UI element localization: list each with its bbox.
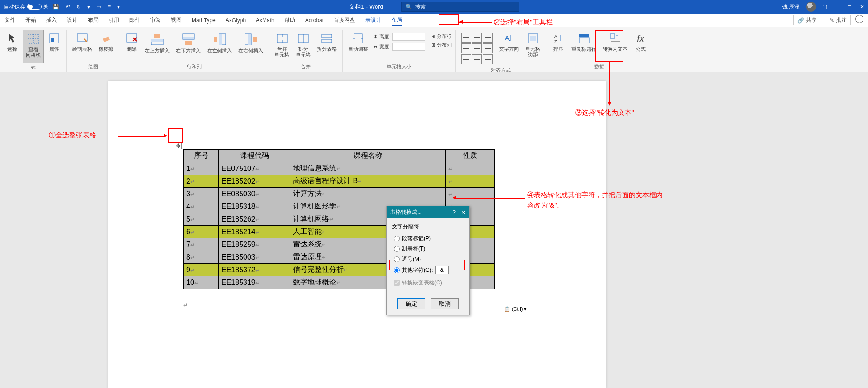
redo-icon[interactable]: ↻: [76, 4, 81, 10]
tab-help[interactable]: 帮助: [284, 14, 295, 26]
table-cell[interactable]: EE185259↵: [219, 238, 290, 251]
table-cell[interactable]: 地理信息系统↵: [290, 162, 446, 175]
convert-to-text-button[interactable]: 转换为文本: [600, 30, 630, 63]
table-cell[interactable]: EE185319↵: [219, 276, 290, 289]
tab-insert[interactable]: 插入: [46, 14, 57, 26]
feedback-icon[interactable]: [855, 15, 863, 23]
table-cell[interactable]: EE075107↵: [219, 162, 290, 175]
table-cell[interactable]: 10↵: [184, 276, 219, 289]
other-char-input[interactable]: [435, 266, 449, 274]
tab-table-design[interactable]: 表设计: [365, 14, 382, 26]
share-button[interactable]: 🔗 共享: [793, 15, 821, 25]
tab-baidu[interactable]: 百度网盘: [334, 14, 355, 26]
tab-design[interactable]: 设计: [67, 14, 78, 26]
table-cell[interactable]: 9↵: [184, 264, 219, 276]
table-cell[interactable]: 8↵: [184, 251, 219, 264]
table-cell[interactable]: EE185318↵: [219, 200, 290, 213]
table-select-handle[interactable]: ✥: [175, 142, 182, 149]
tab-acrobat[interactable]: Acrobat: [305, 15, 324, 25]
maximize-icon[interactable]: ◻: [847, 4, 852, 10]
properties-button[interactable]: 属性: [45, 30, 64, 63]
table-cell[interactable]: EE185262↵: [219, 213, 290, 226]
autosave-toggle[interactable]: 自动保存 关: [4, 3, 48, 11]
table-cell[interactable]: EE185202↵: [219, 175, 290, 188]
radio-comma[interactable]: 逗号(M): [392, 254, 464, 265]
table-cell[interactable]: EE185372↵: [219, 264, 290, 276]
table-cell[interactable]: EE185003↵: [219, 251, 290, 264]
search-box[interactable]: 🔍 搜索: [401, 2, 519, 12]
tab-mail[interactable]: 邮件: [129, 14, 140, 26]
close-icon[interactable]: ✕: [860, 4, 864, 10]
tab-table-layout[interactable]: 布局: [392, 14, 402, 26]
insert-left-button[interactable]: 在左侧插入: [204, 30, 235, 63]
table-row[interactable]: 1↵EE075107↵地理信息系统↵↵: [184, 162, 495, 175]
comment-button[interactable]: ✎ 批注: [826, 15, 851, 25]
table-cell[interactable]: ↵: [446, 175, 495, 188]
align-grid[interactable]: [461, 33, 493, 64]
tab-mathtype[interactable]: MathType: [192, 15, 216, 25]
focus-icon[interactable]: ▢: [822, 4, 827, 10]
undo-icon[interactable]: ↶: [66, 4, 70, 10]
dialog-close-icon[interactable]: ✕: [461, 209, 466, 216]
draw-table-button[interactable]: 绘制表格: [70, 30, 95, 63]
qat-btn2[interactable]: ≡: [108, 4, 111, 10]
tab-layout[interactable]: 布局: [88, 14, 99, 26]
insert-right-button[interactable]: 在右侧插入: [236, 30, 266, 63]
table-cell[interactable]: 3↵: [184, 188, 219, 200]
insert-above-button[interactable]: 在上方插入: [142, 30, 172, 63]
radio-other[interactable]: 其他字符(O):: [392, 265, 464, 275]
formula-button[interactable]: fx公式: [631, 30, 650, 63]
table-cell[interactable]: 计算方法↵: [290, 188, 446, 200]
table-cell[interactable]: 4↵: [184, 200, 219, 213]
qat-btn[interactable]: ▭: [96, 4, 101, 10]
table-cell[interactable]: EE185214↵: [219, 226, 290, 238]
split-cells-button[interactable]: 拆分 单元格: [293, 30, 313, 63]
dialog-titlebar[interactable]: 表格转换成... ?✕: [387, 206, 469, 218]
tab-refs[interactable]: 引用: [108, 14, 119, 26]
table-cell[interactable]: 1↵: [184, 162, 219, 175]
col-width-input[interactable]: ⬌宽度:: [373, 43, 425, 51]
minimize-icon[interactable]: —: [834, 4, 839, 10]
repeat-header-button[interactable]: 重复标题行: [569, 30, 599, 63]
sort-button[interactable]: AZ排序: [549, 30, 568, 63]
tab-home[interactable]: 开始: [25, 14, 36, 26]
qat-overflow[interactable]: ▾: [117, 4, 120, 10]
row-height-input[interactable]: ⬍高度:: [373, 33, 425, 41]
distribute-cols-button[interactable]: ⊞分布列: [430, 41, 453, 49]
table-row[interactable]: 3↵EE085030↵计算方法↵↵: [184, 188, 495, 200]
distribute-rows-button[interactable]: ⊞分布行: [430, 33, 453, 40]
ok-button[interactable]: 确定: [397, 298, 425, 309]
radio-tab[interactable]: 制表符(T): [392, 244, 464, 254]
save-icon[interactable]: 💾: [52, 4, 59, 10]
radio-paragraph[interactable]: 段落标记(P): [392, 233, 464, 244]
table-row[interactable]: 2↵EE185202↵高级语言程序设计 B↵↵: [184, 175, 495, 188]
tab-review[interactable]: 审阅: [150, 14, 161, 26]
autofit-button[interactable]: 自动调整: [345, 30, 371, 63]
table-cell[interactable]: 2↵: [184, 175, 219, 188]
merge-cells-button[interactable]: 合并 单元格: [272, 30, 292, 63]
table-cell[interactable]: 6↵: [184, 226, 219, 238]
insert-below-button[interactable]: 在下方插入: [173, 30, 203, 63]
view-gridlines-button[interactable]: 查看 网格线: [23, 30, 44, 63]
table-cell[interactable]: 高级语言程序设计 B↵: [290, 175, 446, 188]
tab-view[interactable]: 视图: [171, 14, 182, 26]
delete-button[interactable]: 删除: [122, 30, 141, 63]
height-field[interactable]: [392, 33, 425, 41]
tab-file[interactable]: 文件: [5, 14, 15, 26]
eraser-button[interactable]: 橡皮擦: [96, 30, 116, 63]
cancel-button[interactable]: 取消: [431, 298, 459, 309]
avatar[interactable]: [806, 2, 816, 12]
table-cell[interactable]: 7↵: [184, 238, 219, 251]
table-cell[interactable]: 5↵: [184, 213, 219, 226]
paste-options-popup[interactable]: 📋(Ctrl) ▾: [501, 305, 530, 313]
table-cell[interactable]: EE085030↵: [219, 188, 290, 200]
tab-axmath[interactable]: AxMath: [256, 15, 274, 25]
text-direction-button[interactable]: A文字方向: [496, 30, 522, 67]
table-cell[interactable]: ↵: [446, 162, 495, 175]
dialog-help-icon[interactable]: ?: [453, 209, 456, 216]
cell-margins-button[interactable]: 单元格 边距: [523, 30, 543, 67]
tab-axglyph[interactable]: AxGlyph: [226, 15, 246, 25]
width-field[interactable]: [392, 43, 425, 51]
split-table-button[interactable]: 拆分表格: [314, 30, 340, 63]
select-button[interactable]: 选择: [3, 30, 22, 63]
